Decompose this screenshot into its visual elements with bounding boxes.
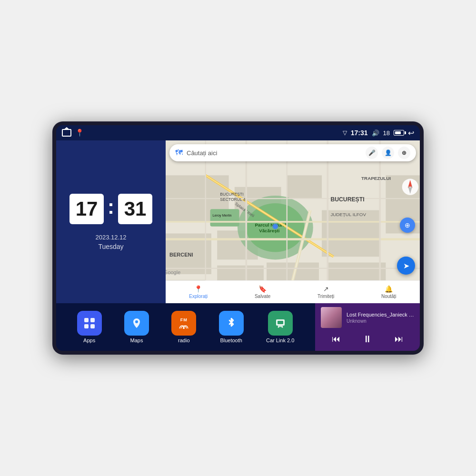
app-item-radio[interactable]: FM radio	[171, 311, 196, 343]
saved-icon: 🔖	[258, 285, 267, 293]
svg-rect-38	[278, 321, 283, 324]
svg-rect-33	[84, 324, 89, 328]
map-panel[interactable]: Parcul Natural Văcărești Leroy Merlin Sp…	[166, 140, 420, 303]
map-nav-saved[interactable]: 🔖 Salvate	[255, 285, 270, 299]
bluetooth-label: Bluetooth	[220, 337, 242, 343]
share-label: Trimiteți	[317, 294, 334, 299]
radio-icon: FM	[171, 311, 196, 336]
maps-shortcut-icon[interactable]: 📍	[75, 129, 84, 137]
svg-text:BUCUREȘTI: BUCUREȘTI	[330, 196, 364, 203]
apps-row: Apps Maps FM	[56, 303, 315, 351]
music-thumbnail	[321, 307, 342, 328]
music-panel: Lost Frequencies_Janieck Devy-... Unknow…	[315, 303, 420, 351]
main-content: 17 : 31 2023.12.12 Tuesday	[56, 140, 420, 351]
clock-separator: :	[108, 196, 114, 218]
status-bar: 📍 ▽ 17:31 🔊 18 ↩	[56, 125, 420, 140]
screen: 📍 ▽ 17:31 🔊 18 ↩ 17 :	[56, 125, 420, 351]
status-left: 📍	[62, 129, 84, 137]
bluetooth-svg	[226, 317, 237, 330]
app-item-maps[interactable]: Maps	[124, 311, 149, 343]
time-display: 17:31	[351, 129, 368, 137]
music-artist: Unknown	[347, 318, 414, 324]
music-info: Lost Frequencies_Janieck Devy-... Unknow…	[347, 312, 414, 324]
clock-display: 17 : 31	[69, 194, 152, 224]
prev-button[interactable]: ⏮	[330, 332, 342, 346]
apps-icon	[77, 311, 102, 336]
app-item-carlink[interactable]: Car Link 2.0	[266, 311, 294, 343]
google-pin-icon: 🗺	[175, 149, 183, 157]
play-pause-button[interactable]: ⏸	[361, 332, 374, 347]
map-nav-explore[interactable]: 📍 Explorați	[189, 285, 208, 299]
svg-text:BUCUREȘTI: BUCUREȘTI	[220, 192, 243, 197]
map-search-bar[interactable]: 🗺 Căutați aici 🎤 👤 ⊕	[169, 144, 416, 161]
apps-svg	[83, 317, 96, 330]
location-icon: ▽	[343, 129, 347, 136]
clock-minutes: 31	[118, 194, 152, 224]
date-display: 2023.12.12 Tuesday	[95, 234, 126, 250]
maps-icon	[124, 311, 149, 336]
radio-waves-svg	[178, 323, 189, 329]
day-value: Tuesday	[95, 243, 126, 250]
svg-point-36	[183, 327, 185, 329]
carlink-svg	[274, 317, 287, 330]
bluetooth-icon	[219, 311, 244, 336]
map-nav-news[interactable]: 🔔 Noutăți	[381, 285, 397, 299]
svg-text:Google: Google	[166, 269, 180, 275]
volume-icon[interactable]: 🔊	[372, 129, 379, 137]
location-button[interactable]: ⊕	[400, 218, 415, 233]
saved-label: Salvate	[255, 294, 270, 299]
music-top: Lost Frequencies_Janieck Devy-... Unknow…	[321, 307, 414, 328]
radio-label: radio	[178, 337, 189, 343]
back-button[interactable]: ↩	[408, 129, 414, 138]
svg-rect-34	[90, 324, 95, 328]
account-button[interactable]: 👤	[382, 147, 394, 159]
svg-text:TRAPEZULUI: TRAPEZULUI	[361, 176, 391, 181]
map-bottom-nav: 📍 Explorați 🔖 Salvate ↗ Trimiteți 🔔	[166, 280, 420, 303]
share-icon: ↗	[323, 285, 329, 293]
top-section: 17 : 31 2023.12.12 Tuesday	[56, 140, 420, 303]
explore-label: Explorați	[189, 294, 208, 299]
svg-text:Leroy Merlin: Leroy Merlin	[212, 213, 231, 218]
svg-rect-31	[84, 318, 89, 322]
carlink-label: Car Link 2.0	[266, 337, 294, 343]
voice-search-button[interactable]: 🎤	[366, 147, 378, 159]
svg-point-40	[278, 327, 279, 328]
svg-rect-32	[90, 318, 95, 322]
volume-level: 18	[383, 129, 390, 137]
svg-rect-3	[287, 175, 322, 198]
svg-text:SECTORUL 4: SECTORUL 4	[220, 197, 245, 202]
clock-panel: 17 : 31 2023.12.12 Tuesday	[56, 140, 166, 303]
home-icon[interactable]	[62, 129, 71, 137]
svg-rect-6	[322, 210, 380, 257]
apps-label: Apps	[83, 337, 95, 343]
explore-icon: 📍	[194, 285, 202, 293]
music-title: Lost Frequencies_Janieck Devy-...	[347, 312, 414, 317]
svg-text:JUDEȚUL ILFOV: JUDEȚUL ILFOV	[330, 212, 366, 217]
svg-point-30	[274, 225, 277, 228]
svg-point-41	[281, 327, 283, 328]
app-item-apps[interactable]: Apps	[77, 311, 102, 343]
next-button[interactable]: ⏭	[393, 332, 405, 346]
battery-icon	[394, 130, 404, 136]
maps-svg	[130, 317, 143, 330]
map-right-icons: 🎤 👤 ⊕	[366, 147, 410, 159]
svg-point-35	[135, 320, 138, 323]
music-thumbnail-img	[321, 307, 342, 328]
layers-button[interactable]: ⊕	[398, 147, 410, 159]
search-input-text[interactable]: Căutați aici	[187, 149, 362, 157]
bottom-section: Apps Maps FM	[56, 303, 420, 351]
maps-label: Maps	[130, 337, 143, 343]
map-nav-share[interactable]: ↗ Trimiteți	[317, 285, 334, 299]
car-head-unit: 📍 ▽ 17:31 🔊 18 ↩ 17 :	[52, 121, 424, 355]
status-right: ▽ 17:31 🔊 18 ↩	[343, 129, 414, 138]
news-label: Noutăți	[381, 294, 397, 299]
svg-rect-16	[210, 209, 239, 227]
date-value: 2023.12.12	[95, 234, 126, 241]
app-item-bluetooth[interactable]: Bluetooth	[219, 311, 244, 343]
svg-text:BERCENI: BERCENI	[169, 252, 193, 258]
carlink-icon	[268, 311, 293, 336]
map-svg: Parcul Natural Văcărești Leroy Merlin Sp…	[166, 140, 420, 303]
directions-button[interactable]: ➤	[397, 257, 415, 275]
clock-hours: 17	[69, 194, 104, 224]
music-controls: ⏮ ⏸ ⏭	[321, 332, 414, 347]
